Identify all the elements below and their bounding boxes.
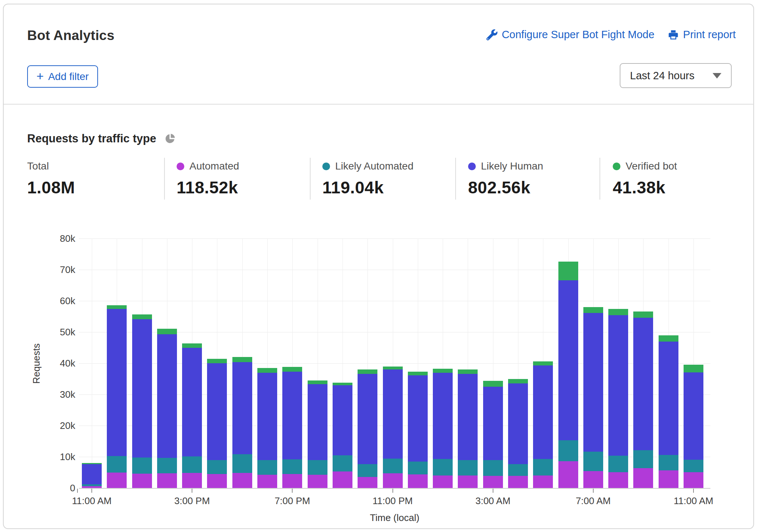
bar-800am[interactable] [608,238,628,488]
bar-segment-automated[interactable] [659,470,678,488]
bar-segment-likely-human[interactable] [207,363,227,460]
bar-segment-likely-automated[interactable] [583,452,603,471]
bar-segment-likely-human[interactable] [257,373,277,460]
bar-300pm[interactable] [182,238,202,488]
bar-segment-likely-automated[interactable] [157,458,177,473]
bar-segment-automated[interactable] [608,472,628,488]
bar-600am[interactable] [558,238,578,488]
bar-900am[interactable] [633,238,653,488]
bar-segment-likely-human[interactable] [483,387,503,460]
bar-segment-verified-bot[interactable] [308,380,327,384]
bar-1200pm[interactable] [107,238,127,488]
bar-segment-verified-bot[interactable] [608,309,628,315]
bar-segment-likely-human[interactable] [182,348,202,456]
bar-segment-likely-human[interactable] [608,315,628,456]
bar-segment-verified-bot[interactable] [458,369,478,374]
bar-segment-automated[interactable] [684,472,703,488]
bar-segment-likely-automated[interactable] [107,456,127,472]
bar-segment-verified-bot[interactable] [207,359,227,363]
bar-700pm[interactable] [282,238,302,488]
bar-segment-likely-human[interactable] [659,342,678,455]
bar-segment-verified-bot[interactable] [533,361,553,365]
bar-segment-likely-automated[interactable] [308,460,327,475]
bar-segment-likely-automated[interactable] [533,459,553,475]
bar-segment-verified-bot[interactable] [182,343,202,348]
time-range-select[interactable]: Last 24 hours [620,63,732,88]
bar-1100pm[interactable] [383,238,403,488]
bar-segment-likely-automated[interactable] [684,460,703,472]
bar-segment-likely-human[interactable] [433,373,453,459]
bar-segment-likely-automated[interactable] [558,440,578,461]
add-filter-button[interactable]: + Add filter [27,65,98,88]
bar-segment-likely-automated[interactable] [458,460,478,475]
bar-segment-verified-bot[interactable] [383,367,403,370]
bar-segment-likely-human[interactable] [458,374,478,460]
bar-segment-likely-automated[interactable] [333,455,352,471]
bar-segment-automated[interactable] [458,475,478,488]
bar-segment-likely-human[interactable] [282,372,302,459]
bar-1100am[interactable] [82,238,102,488]
bar-segment-automated[interactable] [232,473,252,488]
bar-500pm[interactable] [232,238,252,488]
bar-200pm[interactable] [157,238,177,488]
bar-600pm[interactable] [257,238,277,488]
bar-segment-likely-human[interactable] [107,309,127,456]
bar-1100am[interactable] [684,238,703,488]
bar-segment-verified-bot[interactable] [659,335,678,342]
bar-900pm[interactable] [333,238,352,488]
bar-segment-automated[interactable] [132,474,152,488]
bar-segment-verified-bot[interactable] [107,305,127,309]
bar-segment-automated[interactable] [308,475,327,488]
bar-segment-likely-automated[interactable] [508,464,528,476]
bar-segment-automated[interactable] [483,476,503,488]
bar-segment-likely-automated[interactable] [383,459,403,473]
bar-segment-likely-human[interactable] [82,464,102,484]
bar-segment-likely-automated[interactable] [483,460,503,476]
bar-segment-likely-automated[interactable] [82,484,102,486]
bar-700am[interactable] [583,238,603,488]
bar-300am[interactable] [483,238,503,488]
bar-segment-likely-human[interactable] [358,374,377,464]
bar-segment-likely-human[interactable] [157,334,177,458]
bar-segment-likely-human[interactable] [633,318,653,450]
bar-segment-verified-bot[interactable] [257,368,277,373]
bar-segment-likely-automated[interactable] [257,460,277,475]
bar-segment-likely-human[interactable] [333,385,352,455]
bar-segment-likely-human[interactable] [132,319,152,458]
bar-segment-automated[interactable] [333,471,352,488]
bar-segment-likely-human[interactable] [558,280,578,440]
bar-segment-likely-automated[interactable] [207,460,227,474]
bar-segment-automated[interactable] [533,475,553,488]
bar-segment-verified-bot[interactable] [684,365,703,372]
configure-super-bot-fight-mode-link[interactable]: Configure Super Bot Fight Mode [486,29,655,41]
bar-segment-automated[interactable] [107,473,127,488]
bar-segment-likely-human[interactable] [583,313,603,452]
bar-segment-likely-automated[interactable] [182,456,202,473]
bar-segment-verified-bot[interactable] [483,381,503,386]
bar-segment-verified-bot[interactable] [82,463,102,464]
bar-segment-automated[interactable] [207,474,227,488]
bar-segment-likely-automated[interactable] [659,455,678,470]
bar-segment-verified-bot[interactable] [583,307,603,313]
bar-segment-verified-bot[interactable] [433,369,453,372]
bar-segment-verified-bot[interactable] [508,379,528,383]
bar-segment-likely-automated[interactable] [633,450,653,468]
bar-segment-likely-human[interactable] [232,362,252,454]
bar-segment-automated[interactable] [82,486,102,488]
bar-segment-automated[interactable] [157,473,177,488]
bar-segment-verified-bot[interactable] [358,369,377,374]
bar-segment-likely-human[interactable] [408,375,428,462]
print-report-link[interactable]: Print report [668,29,736,41]
bar-segment-verified-bot[interactable] [408,372,428,375]
bar-segment-automated[interactable] [282,474,302,488]
bar-segment-likely-automated[interactable] [232,454,252,473]
bar-segment-verified-bot[interactable] [232,357,252,362]
bar-segment-verified-bot[interactable] [157,329,177,334]
bar-200am[interactable] [458,238,478,488]
bar-segment-verified-bot[interactable] [282,367,302,372]
bar-400pm[interactable] [207,238,227,488]
bar-1000pm[interactable] [358,238,377,488]
bar-segment-verified-bot[interactable] [558,262,578,280]
bar-segment-automated[interactable] [433,475,453,488]
bar-400am[interactable] [508,238,528,488]
